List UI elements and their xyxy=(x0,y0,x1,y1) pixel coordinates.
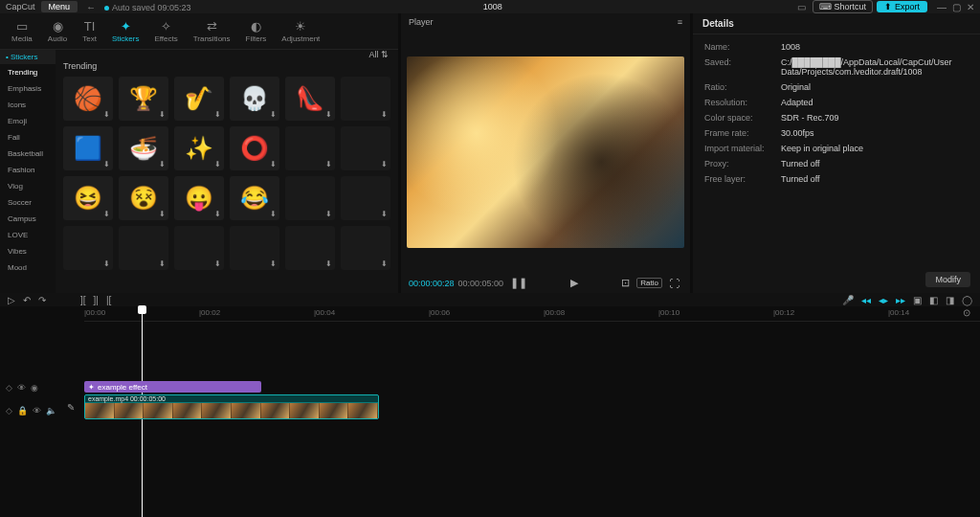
export-button[interactable]: ⬆ Export xyxy=(877,1,927,12)
download-icon[interactable]: ⬇ xyxy=(381,160,388,169)
sticker-emoji-tongue[interactable]: 😛⬇ xyxy=(174,176,224,220)
category-campus[interactable]: Campus xyxy=(0,211,56,227)
category-emphasis[interactable]: Emphasis xyxy=(0,80,56,97)
sticker-arrows[interactable]: ✨⬇ xyxy=(174,126,224,170)
sticker-red-circle[interactable]: ⭕⬇ xyxy=(230,126,279,170)
ratio-button[interactable]: Ratio xyxy=(636,278,662,288)
link-left-icon[interactable]: ◂◂ xyxy=(861,295,871,305)
download-icon[interactable]: ⬇ xyxy=(270,160,277,169)
back-icon[interactable]: ← xyxy=(83,2,99,12)
play-icon[interactable]: ▶ xyxy=(568,277,581,288)
split-right-icon[interactable]: |[ xyxy=(106,295,111,305)
download-icon[interactable]: ⬇ xyxy=(159,259,166,268)
track-eye-icon[interactable]: 👁 xyxy=(17,383,26,393)
category-trending[interactable]: Trending xyxy=(0,64,56,80)
layout-icon[interactable]: ▭ xyxy=(794,2,809,12)
sticker-emoji-laugh[interactable]: 😆⬇ xyxy=(63,176,113,220)
download-icon[interactable]: ⬇ xyxy=(214,259,221,268)
sticker-empty[interactable]: ⬇ xyxy=(119,226,168,270)
all-toggle[interactable]: All ⇅ xyxy=(368,50,389,59)
record-icon[interactable]: ◯ xyxy=(962,295,972,305)
split-left-icon[interactable]: ]| xyxy=(94,295,99,305)
download-icon[interactable]: ⬇ xyxy=(103,160,110,169)
track-lock2-icon[interactable]: ◇ xyxy=(6,406,12,416)
minimize-icon[interactable]: — xyxy=(937,2,947,12)
tool-tab-audio[interactable]: ◉Audio xyxy=(42,17,73,45)
player-menu-icon[interactable]: ≡ xyxy=(678,17,682,27)
sticker-pink-heels[interactable]: 👠⬇ xyxy=(285,77,335,121)
sticker-empty[interactable]: ⬇ xyxy=(341,226,390,270)
download-icon[interactable]: ⬇ xyxy=(270,210,277,218)
link-center-icon[interactable]: ◂▸ xyxy=(879,295,888,305)
category-icons[interactable]: Icons xyxy=(0,97,56,113)
tool-tab-filters[interactable]: ◐Filters xyxy=(240,17,273,45)
track-mute-icon[interactable]: ◉ xyxy=(31,383,38,393)
tool-tab-stickers[interactable]: ✦Stickers xyxy=(106,17,145,45)
split-icon[interactable]: ][ xyxy=(80,295,86,305)
category-basketball[interactable]: Basketball xyxy=(0,146,56,162)
tool-b-icon[interactable]: ◨ xyxy=(946,295,954,305)
download-icon[interactable]: ⬇ xyxy=(270,110,277,119)
sticker-empty[interactable]: ⬇ xyxy=(63,226,113,270)
sticker-emoji-dizzy[interactable]: 😵⬇ xyxy=(119,176,168,220)
category-emoji[interactable]: Emoji xyxy=(0,113,56,129)
sticker-bowl[interactable]: 🍜⬇ xyxy=(119,126,168,170)
tool-tab-effects[interactable]: ✧Effects xyxy=(148,17,183,45)
close-icon[interactable]: ✕ xyxy=(967,2,974,12)
download-icon[interactable]: ⬇ xyxy=(270,259,277,268)
download-icon[interactable]: ⬇ xyxy=(103,259,110,268)
sticker-empty[interactable]: ⬇ xyxy=(285,176,335,220)
track-mute2-icon[interactable]: 🔈 xyxy=(46,406,56,416)
track-eye2-icon[interactable]: 👁 xyxy=(33,406,41,416)
category-vibes[interactable]: Vibes xyxy=(0,243,56,259)
sticker-empty[interactable]: ⬇ xyxy=(230,226,279,270)
download-icon[interactable]: ⬇ xyxy=(159,160,166,169)
download-icon[interactable]: ⬇ xyxy=(214,160,221,169)
sticker-skull[interactable]: 💀⬇ xyxy=(230,77,279,121)
download-icon[interactable]: ⬇ xyxy=(325,110,332,119)
download-icon[interactable]: ⬇ xyxy=(159,110,166,119)
modify-button[interactable]: Modify xyxy=(925,272,970,287)
shortcut-button[interactable]: ⌨ Shortcut xyxy=(813,0,873,13)
prev-frame-icon[interactable]: ❚❚ xyxy=(507,277,530,289)
compare-icon[interactable]: ⊡ xyxy=(618,277,633,289)
track-lock-icon[interactable]: ◇ xyxy=(6,383,12,393)
download-icon[interactable]: ⬇ xyxy=(325,210,332,218)
tool-a-icon[interactable]: ◧ xyxy=(929,295,938,305)
download-icon[interactable]: ⬇ xyxy=(103,110,110,119)
download-icon[interactable]: ⬇ xyxy=(381,210,388,218)
video-preview[interactable] xyxy=(407,56,684,248)
download-icon[interactable]: ⬇ xyxy=(214,210,221,218)
sticker-emoji-haha[interactable]: 😂⬇ xyxy=(230,176,279,220)
download-icon[interactable]: ⬇ xyxy=(103,210,110,218)
mic-icon[interactable]: 🎤 xyxy=(842,295,854,305)
menu-button[interactable]: Menu xyxy=(41,1,78,12)
sticker-winner-trophy[interactable]: 🏆⬇ xyxy=(119,77,168,121)
category-love[interactable]: LOVE xyxy=(0,227,56,243)
track-link-icon[interactable]: 🔒 xyxy=(17,406,28,416)
video-clip[interactable]: example.mp4 00:00:05:00 xyxy=(84,394,379,419)
tool-tab-adjustment[interactable]: ☀Adjustment xyxy=(276,17,325,45)
undo-icon[interactable]: ↶ xyxy=(23,295,31,305)
download-icon[interactable]: ⬇ xyxy=(325,160,332,169)
tool-tab-transitions[interactable]: ⇄Transitions xyxy=(188,17,236,45)
category-vlog[interactable]: Vlog xyxy=(0,178,56,194)
tool-tab-media[interactable]: ▭Media xyxy=(6,17,38,45)
sticker-empty[interactable]: ⬇ xyxy=(285,126,335,170)
redo-icon[interactable]: ↷ xyxy=(38,295,46,305)
download-icon[interactable]: ⬇ xyxy=(325,259,332,268)
fullscreen-icon[interactable]: ⛶ xyxy=(666,278,682,289)
category-soccer[interactable]: Soccer xyxy=(0,194,56,211)
sticker-basketball[interactable]: 🏀⬇ xyxy=(63,77,113,121)
sticker-saxophone[interactable]: 🎷⬇ xyxy=(174,77,224,121)
effect-clip[interactable]: ✦ example effect xyxy=(84,381,261,393)
sticker-empty[interactable]: ⬇ xyxy=(174,226,224,270)
download-icon[interactable]: ⬇ xyxy=(381,110,388,119)
category-fall[interactable]: Fall xyxy=(0,129,56,146)
category-fashion[interactable]: Fashion xyxy=(0,162,56,178)
category-mood[interactable]: Mood xyxy=(0,259,56,276)
pencil-icon[interactable]: ✎ xyxy=(67,402,75,413)
sticker-empty[interactable]: ⬇ xyxy=(341,126,390,170)
download-icon[interactable]: ⬇ xyxy=(214,110,221,119)
tool-tab-text[interactable]: TIText xyxy=(77,17,102,45)
